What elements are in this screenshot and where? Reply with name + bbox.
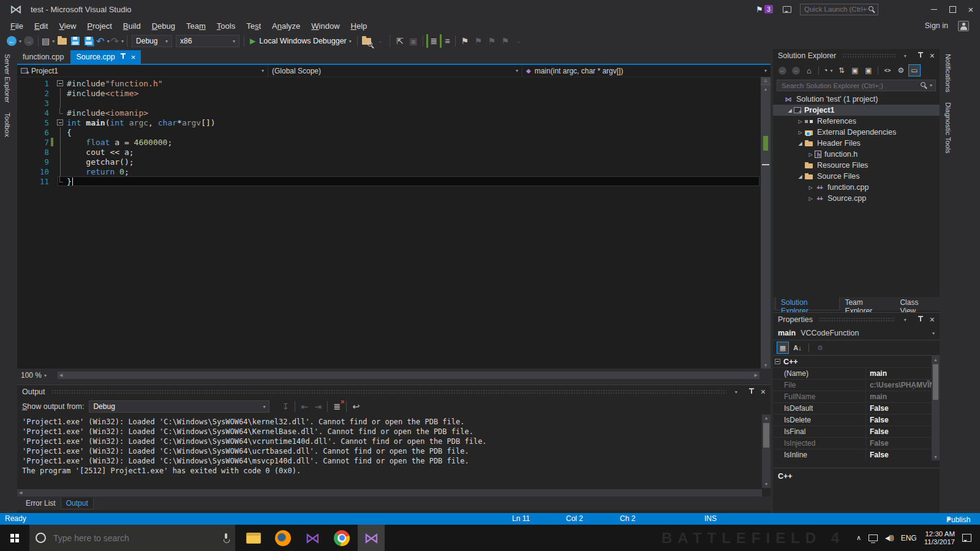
menu-team[interactable]: Team: [181, 20, 211, 32]
property-row-isinline[interactable]: IsInlineFalse: [773, 449, 940, 460]
start-debugging-button[interactable]: ▶ Local Windows Debugger ▾: [247, 34, 354, 48]
pin-icon[interactable]: [918, 52, 924, 59]
side-tab-diagnostic-tools[interactable]: Diagnostic Tools: [941, 97, 956, 159]
code-line[interactable]: 1#include"function.h": [17, 78, 761, 88]
taskbar-firefox-icon[interactable]: [270, 525, 296, 551]
editor-vertical-scrollbar[interactable]: ≡ ▲ ▼: [761, 77, 771, 369]
save-all-button[interactable]: [83, 34, 95, 48]
output-source-dropdown[interactable]: Debug▾: [89, 400, 270, 413]
network-icon[interactable]: [869, 534, 878, 541]
document-tab-source-cpp[interactable]: Source.cpp×: [70, 50, 141, 64]
restore-button[interactable]: [943, 1, 962, 18]
pin-icon[interactable]: [120, 53, 126, 61]
tree-item-source-cpp[interactable]: ▷Source.cpp: [773, 193, 940, 204]
tab-output[interactable]: Output: [61, 498, 94, 509]
tray-expand-chevron-icon[interactable]: ∧: [856, 534, 861, 542]
menu-test[interactable]: Test: [241, 20, 266, 32]
collapse-icon[interactable]: [57, 119, 63, 126]
output-vertical-scrollbar[interactable]: ▲ ▼: [762, 414, 771, 488]
navigate-back-button[interactable]: ←▾: [7, 34, 21, 48]
property-row-isdelete[interactable]: IsDeleteFalse: [773, 414, 940, 425]
property-row-isdefault[interactable]: IsDefaultFalse: [773, 402, 940, 414]
tree-item-project1[interactable]: ◢Project1: [773, 105, 940, 116]
collapse-category-icon[interactable]: [775, 359, 780, 364]
side-tab-toolbox[interactable]: Toolbox: [0, 108, 15, 142]
start-button[interactable]: [0, 525, 29, 551]
panel-grip[interactable]: [842, 53, 895, 58]
menu-analyze[interactable]: Analyze: [266, 20, 306, 32]
property-category-row[interactable]: C++: [773, 356, 940, 367]
pin-icon[interactable]: [748, 388, 755, 395]
document-tab-function-cpp[interactable]: function.cpp: [17, 50, 69, 64]
properties-wrench-icon[interactable]: ⚙: [895, 64, 907, 77]
split-grip-icon[interactable]: ≡: [761, 77, 771, 85]
code-line[interactable]: 5int main(int argc, char*argv[]): [17, 118, 761, 127]
new-solution-explorer-view-icon[interactable]: ▣: [849, 64, 861, 77]
show-all-files-icon[interactable]: ▣: [862, 64, 875, 77]
sync-with-active-document-icon[interactable]: ⇅: [835, 64, 848, 77]
new-project-button[interactable]: ▤▾: [42, 34, 55, 48]
add-item-button[interactable]: [56, 34, 68, 48]
collapsed-arrow-icon[interactable]: ▷: [796, 130, 804, 135]
code-line[interactable]: 6{: [17, 127, 761, 137]
close-icon[interactable]: ×: [930, 315, 935, 324]
solution-platform-dropdown[interactable]: x86▾: [176, 35, 239, 47]
property-value[interactable]: False: [866, 449, 940, 460]
collapsed-arrow-icon[interactable]: ▷: [807, 196, 815, 201]
menu-view[interactable]: View: [53, 20, 81, 32]
tab-class-view[interactable]: Class View: [895, 297, 940, 310]
code-line[interactable]: 9 getchar();: [17, 157, 761, 167]
output-log[interactable]: 'Project1.exe' (Win32): Loaded 'C:\Windo…: [17, 414, 771, 488]
close-button[interactable]: ×: [962, 1, 980, 18]
close-icon[interactable]: ×: [131, 53, 136, 61]
panel-grip[interactable]: [819, 317, 895, 322]
menu-file[interactable]: File: [5, 20, 29, 32]
status-insert-mode[interactable]: INS: [704, 514, 717, 523]
taskbar-chrome-icon[interactable]: [328, 525, 355, 551]
tab-solution-explorer[interactable]: Solution Explorer: [775, 297, 840, 310]
scrollbar-thumb[interactable]: [763, 423, 769, 448]
action-center-icon[interactable]: [962, 534, 971, 542]
code-line[interactable]: 3: [17, 98, 761, 108]
taskbar-search-box[interactable]: [29, 525, 235, 551]
property-value[interactable]: main: [866, 391, 940, 402]
scroll-left-arrow-icon[interactable]: ◀: [19, 490, 22, 495]
property-value[interactable]: False: [866, 438, 940, 449]
menu-project[interactable]: Project: [81, 20, 117, 32]
find-message-icon[interactable]: ↧: [279, 400, 292, 413]
minimize-button[interactable]: [925, 1, 943, 18]
scroll-up-arrow-icon[interactable]: ▲: [762, 414, 771, 422]
sign-in-link[interactable]: Sign in: [925, 21, 948, 30]
solution-explorer-search-box[interactable]: ▾: [777, 80, 936, 91]
code-editor[interactable]: 1#include"function.h"2#include<ctime>34#…: [17, 77, 761, 369]
find-in-files-button[interactable]: ▣: [407, 34, 420, 48]
property-row-fullname[interactable]: FullNamemain: [773, 391, 940, 402]
taskbar-visual-studio-active-icon[interactable]: ⋈: [358, 525, 385, 551]
property-pages-wrench-icon[interactable]: ⚙: [814, 342, 826, 354]
tree-item-solution-test-1-project[interactable]: Solution 'test' (1 project): [773, 94, 940, 105]
notifications-flag-icon[interactable]: ⚑: [756, 5, 763, 14]
side-tab-server-explorer[interactable]: Server Explorer: [0, 49, 15, 108]
tree-item-source-files[interactable]: ◢Source Files: [773, 171, 940, 182]
window-position-icon[interactable]: ▾: [904, 317, 907, 323]
scroll-down-arrow-icon[interactable]: ▼: [762, 481, 771, 488]
collapsed-arrow-icon[interactable]: ▷: [807, 185, 815, 190]
user-avatar-icon[interactable]: [958, 21, 969, 31]
scope-dropdown[interactable]: (Global Scope)▾: [268, 65, 522, 77]
project-dropdown[interactable]: Project1▾: [17, 65, 268, 77]
close-icon[interactable]: ×: [930, 51, 935, 61]
status-character[interactable]: Ch 2: [620, 514, 635, 523]
property-row-name[interactable]: (Name)main: [773, 367, 940, 379]
properties-title-bar[interactable]: Properties ▾ ×: [773, 313, 940, 326]
scroll-up-arrow-icon[interactable]: ▲: [761, 85, 771, 92]
tab-error-list[interactable]: Error List: [21, 498, 61, 509]
tree-item-references[interactable]: ▷References: [773, 116, 940, 127]
side-tab-notifications[interactable]: Notifications: [941, 49, 956, 97]
scrollbar-thumb[interactable]: [933, 364, 938, 400]
code-line[interactable]: 8 cout << a;: [17, 147, 761, 157]
uncomment-lines-button[interactable]: ≡: [440, 34, 452, 48]
search-options-chevron-icon[interactable]: ▾: [930, 83, 932, 88]
code-line[interactable]: 2#include<ctime>: [17, 88, 761, 98]
taskbar-search-input[interactable]: [52, 533, 223, 544]
property-value[interactable]: main: [866, 368, 940, 379]
